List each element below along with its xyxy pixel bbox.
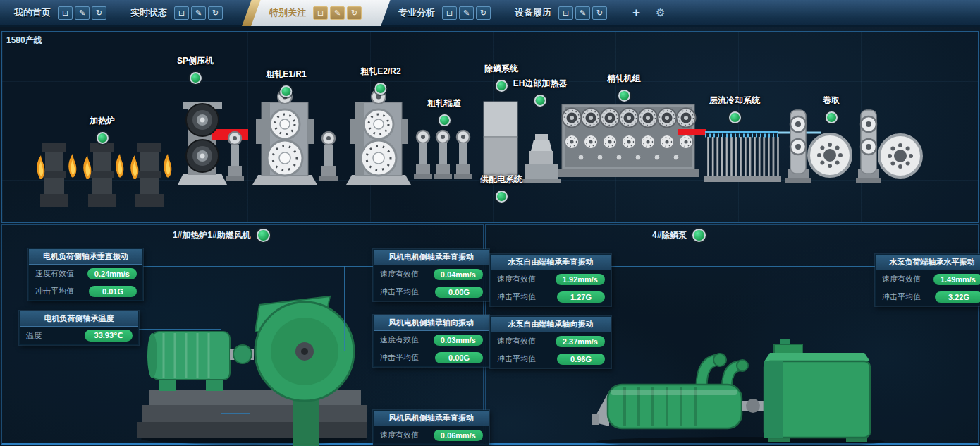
metric-label: 速度有效值 xyxy=(35,268,74,279)
station-label: 加热炉 xyxy=(90,115,115,127)
metric-label: 速度有效值 xyxy=(380,334,419,345)
metric-value-badge: 0.00G xyxy=(435,352,483,363)
edit-icon[interactable]: ✎ xyxy=(459,6,474,20)
rough-mill-e1-graphic xyxy=(252,90,317,185)
tab-history-label: 设备履历 xyxy=(515,6,551,19)
metric-label: 速度有效值 xyxy=(380,430,419,440)
metric-label: 冲击平均值 xyxy=(380,287,419,297)
sensor-card-title: 水泵自由端轴承垂直振动 xyxy=(491,255,611,270)
metric-label: 冲击平均值 xyxy=(882,291,921,302)
status-dot xyxy=(257,229,270,242)
station-label: 供配电系统 xyxy=(480,174,522,186)
metric-label: 速度有效值 xyxy=(380,269,419,279)
sensor-card-title: 电机负荷侧轴承温度 xyxy=(20,311,138,327)
sensor-card-title: 水泵负荷端轴承水平振动 xyxy=(876,255,980,270)
metric-value-badge: 0.06mm/s xyxy=(434,430,483,441)
station-power-supply[interactable]: 供配电系统 xyxy=(480,174,522,203)
top-nav-bar: 我的首页 ⊡ ✎ ↻ 实时状态 ⊡ ✎ ↻ 特别关注 ⊡ ✎ ↻ 专业分析 ⊡ … xyxy=(0,0,980,27)
station-label: SP侧压机 xyxy=(177,55,214,67)
metric-value-badge: 0.24mm/s xyxy=(87,268,137,279)
tab-home[interactable]: 我的首页 ⊡ ✎ ↻ xyxy=(6,0,115,26)
status-dot xyxy=(729,112,741,123)
tab-realtime[interactable]: 实时状态 ⊡ ✎ ↻ xyxy=(122,0,231,26)
metric-label: 冲击平均值 xyxy=(35,286,74,296)
connector-line xyxy=(137,329,221,330)
metric-value-badge: 1.27G xyxy=(557,291,605,303)
station-rough-mill-e2[interactable]: 粗轧E2/R2 xyxy=(360,66,400,95)
tab-realtime-label: 实时状态 xyxy=(130,6,167,19)
metric-value-badge: 0.01G xyxy=(89,286,137,297)
metric-value-badge: 2.37mm/s xyxy=(556,336,605,347)
tab-special-focus[interactable]: 特别关注 ⊡ ✎ ↻ xyxy=(248,0,380,26)
sensor-card-title: 水泵自由端轴承轴向振动 xyxy=(491,317,611,332)
sensor-card-fan-motor-vertical: 风机电机侧轴承垂直振动 速度有效值 0.04mm/s 冲击平均值 0.00G xyxy=(373,249,489,301)
station-furnace[interactable]: 加热炉 xyxy=(90,115,115,144)
station-label: 粗轧E2/R2 xyxy=(360,66,400,78)
metric-value-badge: 0.00G xyxy=(435,287,483,298)
furnace-graphic xyxy=(37,143,171,207)
add-tab-icon[interactable]: + xyxy=(632,5,640,20)
refresh-icon[interactable]: ↻ xyxy=(347,6,362,20)
status-dot xyxy=(439,114,451,126)
refresh-icon[interactable]: ↻ xyxy=(592,6,607,20)
pump-panel-title: 4#除鳞泵 xyxy=(652,229,706,242)
metric-value-badge: 3.22G xyxy=(935,291,980,303)
sensor-card-fan-motor-axial: 风机电机侧轴承轴向振动 速度有效值 0.03mm/s 冲击平均值 0.00G xyxy=(373,315,489,367)
station-rough-mill-e1[interactable]: 粗轧E1/R1 xyxy=(266,68,306,97)
status-dot xyxy=(374,83,386,95)
tab-analysis[interactable]: 专业分析 ⊡ ✎ ↻ xyxy=(390,0,499,26)
save-icon[interactable]: ⊡ xyxy=(174,6,189,20)
station-label: 层流冷却系统 xyxy=(709,95,760,107)
status-dot xyxy=(534,95,546,107)
combustion-fan-graphic xyxy=(130,293,367,446)
connector-line xyxy=(344,266,345,351)
status-dot xyxy=(496,80,508,92)
connector-line xyxy=(221,266,221,414)
station-label: 卷取 xyxy=(823,95,840,107)
gear-icon[interactable]: ⚙ xyxy=(656,6,665,19)
refresh-icon[interactable]: ↻ xyxy=(476,6,491,20)
metric-label: 速度有效值 xyxy=(497,336,536,346)
sensor-card-title: 风机风机侧轴承垂直振动 xyxy=(374,411,489,426)
status-dot xyxy=(97,132,109,144)
station-label: 粗轧E1/R1 xyxy=(266,68,306,80)
connector-line xyxy=(221,413,250,414)
metric-value-badge: 0.96G xyxy=(557,354,605,365)
metric-label: 速度有效值 xyxy=(497,274,536,284)
save-icon[interactable]: ⊡ xyxy=(58,6,73,20)
descaling-pump-graphic xyxy=(592,325,895,446)
station-laminar-cooling[interactable]: 层流冷却系统 xyxy=(709,95,760,123)
status-dot xyxy=(692,229,706,242)
station-roller-table[interactable]: 粗轧辊道 xyxy=(427,97,461,126)
sensor-card-motor-load-vertical: 电机负荷侧轴承垂直振动 速度有效值 0.24mm/s 冲击平均值 0.01G xyxy=(28,248,143,301)
station-coiler[interactable]: 卷取 xyxy=(823,95,840,123)
metric-value-badge: 0.03mm/s xyxy=(434,334,483,346)
sensor-card-title: 电机负荷侧轴承垂直振动 xyxy=(29,249,142,265)
edit-icon[interactable]: ✎ xyxy=(191,6,206,20)
station-label: 精轧机组 xyxy=(607,73,641,85)
status-dot xyxy=(189,72,201,84)
refresh-icon[interactable]: ↻ xyxy=(92,6,106,20)
metric-value-badge: 1.49mm/s xyxy=(933,274,980,285)
tab-history[interactable]: 设备履历 ⊡ ✎ ↻ xyxy=(506,0,615,26)
status-dot xyxy=(618,90,630,102)
finishing-mill-graphic xyxy=(558,104,706,177)
tab-special-focus-label: 特别关注 xyxy=(269,6,306,19)
connector-line xyxy=(718,266,718,389)
save-icon[interactable]: ⊡ xyxy=(313,6,328,20)
station-sp-press[interactable]: SP侧压机 xyxy=(177,55,214,84)
metric-label: 冲击平均值 xyxy=(380,352,419,363)
save-icon[interactable]: ⊡ xyxy=(442,6,457,20)
rough-mill-e2-graphic xyxy=(346,90,411,185)
station-finishing-mill[interactable]: 精轧机组 xyxy=(607,73,641,102)
edit-icon[interactable]: ✎ xyxy=(330,6,345,20)
refresh-icon[interactable]: ↻ xyxy=(208,6,223,20)
edit-icon[interactable]: ✎ xyxy=(575,6,590,20)
fan-panel-title-text: 1#加热炉1#助燃风机 xyxy=(173,229,251,241)
status-dot xyxy=(496,191,508,203)
save-icon[interactable]: ⊡ xyxy=(558,6,573,20)
status-dot xyxy=(280,85,292,97)
edit-icon[interactable]: ✎ xyxy=(75,6,90,20)
station-eh-heater[interactable]: EH边部加热器 xyxy=(513,78,568,107)
metric-value-badge: 33.93℃ xyxy=(85,330,133,342)
